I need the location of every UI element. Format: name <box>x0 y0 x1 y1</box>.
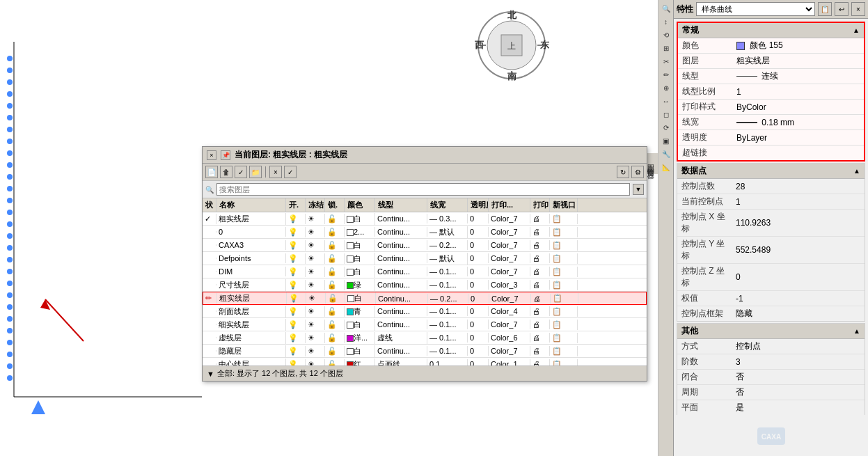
row-color[interactable]: 白 <box>345 253 375 265</box>
props-value-weight[interactable]: -1 <box>733 292 865 305</box>
row-print-btn[interactable]: 🖨 <box>530 227 550 237</box>
props-btn-3[interactable]: × <box>851 2 865 16</box>
row-on[interactable]: 💡 <box>286 214 306 224</box>
tool-icon-12[interactable]: 🔧 <box>661 148 672 159</box>
table-row[interactable]: 虚线层 💡 ☀ 🔓 洋... 虚线 — 0.1... 0 Color_6 🖨 📋 <box>203 331 647 345</box>
layer-search-input[interactable] <box>216 183 630 196</box>
row-lock[interactable]: 🔓 <box>325 214 345 224</box>
row-on[interactable]: 💡 <box>286 227 306 237</box>
row-on[interactable]: 💡 <box>286 359 306 366</box>
row-color[interactable]: 白 <box>345 292 376 304</box>
table-row[interactable]: 0 💡 ☀ 🔓 2... Continu... — 默认 0 Color_7 🖨… <box>203 226 647 239</box>
row-print-btn[interactable]: 🖨 <box>530 267 550 276</box>
section-datapoint-header[interactable]: 数据点 ▲ <box>677 164 865 179</box>
table-row[interactable]: ✓ 粗实线层 💡 ☀ 🔓 白 Continu... — 0.3... 0 Col… <box>203 212 647 226</box>
row-color[interactable]: 青 <box>345 306 375 317</box>
tool-icon-13[interactable]: 📐 <box>661 162 672 173</box>
row-newview[interactable]: 📋 <box>550 346 578 356</box>
tool-icon-10[interactable]: ⟳ <box>661 122 672 133</box>
row-on[interactable]: 💡 <box>286 320 306 330</box>
row-newview[interactable]: 📋 <box>550 280 578 290</box>
row-newview[interactable]: 📋 <box>550 359 578 366</box>
table-row[interactable]: 中心线层 💡 ☀ 🔓 红 点画线 0.1... 0 Color_1 🖨 📋 <box>203 358 647 365</box>
row-lock[interactable]: 🔓 <box>326 293 345 304</box>
table-row-current[interactable]: ✏ 粗实线层 💡 ☀ 🔓 白 Continu... — 0.2... 0 Col… <box>203 292 647 305</box>
row-lock[interactable]: 🔓 <box>325 253 345 264</box>
row-lock[interactable]: 🔓 <box>325 227 345 237</box>
props-value-linescale[interactable]: 1 <box>734 86 864 98</box>
props-value-ctrlcount[interactable]: 28 <box>733 180 865 193</box>
props-type-dropdown[interactable]: 样条曲线 <box>696 2 815 16</box>
table-row[interactable]: DIM 💡 ☀ 🔓 白 Continu... — 0.1... 0 Color_… <box>203 265 647 278</box>
section-other-header[interactable]: 其他 ▲ <box>677 324 865 339</box>
tool-icon-5[interactable]: ✂ <box>661 56 672 67</box>
pin-button[interactable]: 📌 <box>221 150 230 160</box>
cancel-button[interactable]: × <box>269 166 282 178</box>
row-color[interactable]: 2... <box>345 227 375 237</box>
drawing-canvas[interactable]: 北 南 东 西 上 <box>0 0 658 456</box>
row-color[interactable]: 绿 <box>345 279 375 291</box>
row-lock[interactable]: 🔓 <box>325 240 345 251</box>
refresh-button[interactable]: ↻ <box>617 166 629 178</box>
row-lock[interactable]: 🔓 <box>325 333 345 343</box>
section-general-header[interactable]: 常规 ▲ <box>678 23 864 38</box>
search-options-button[interactable]: ▼ <box>633 184 644 195</box>
delete-layer-button[interactable]: 🗑 <box>220 166 232 178</box>
props-value-order[interactable]: 3 <box>733 356 865 368</box>
row-on[interactable]: 💡 <box>286 240 306 251</box>
row-print-btn[interactable]: 🖨 <box>530 214 550 223</box>
row-lock[interactable]: 🔓 <box>325 320 345 330</box>
props-value-color[interactable]: 颜色 155 <box>734 38 864 53</box>
row-on[interactable]: 💡 <box>286 253 306 264</box>
row-newview[interactable]: 📋 <box>550 320 578 330</box>
row-newview[interactable]: 📋 <box>550 227 578 237</box>
props-value-linewidth[interactable]: 0.18 mm <box>734 116 864 129</box>
tool-icon-2[interactable]: ↕ <box>661 16 672 27</box>
table-row[interactable]: 隐藏层 💡 ☀ 🔓 白 Continu... — 0.1... 0 Color_… <box>203 345 647 358</box>
table-row[interactable]: 剖面线层 💡 ☀ 🔓 青 Continu... — 0.1... 0 Color… <box>203 305 647 318</box>
row-print-btn[interactable]: 🖨 <box>530 359 550 365</box>
row-print-btn[interactable]: 🖨 <box>530 320 550 329</box>
table-row[interactable]: 尺寸线层 💡 ☀ 🔓 绿 Continu... — 0.1... 0 Color… <box>203 278 647 292</box>
row-freeze[interactable]: ☀ <box>306 333 325 343</box>
row-freeze[interactable]: ☀ <box>306 280 325 290</box>
tool-icon-6[interactable]: ✏ <box>661 69 672 80</box>
new-layer-button[interactable]: 📄 <box>205 166 218 178</box>
row-freeze[interactable]: ☀ <box>306 227 325 237</box>
row-newview[interactable]: 📋 <box>550 253 578 264</box>
row-print-btn[interactable]: 🖨 <box>531 294 551 304</box>
row-on[interactable]: 💡 <box>286 333 306 343</box>
row-newview[interactable]: 📋 <box>550 267 578 277</box>
settings-button[interactable]: ⚙ <box>631 166 644 178</box>
row-freeze[interactable]: ☀ <box>306 214 325 224</box>
row-lock[interactable]: 🔓 <box>325 359 345 366</box>
confirm-button[interactable]: ✓ <box>284 166 297 178</box>
row-color[interactable]: 白 <box>345 213 375 225</box>
tool-icon-8[interactable]: ↔ <box>661 95 672 107</box>
props-value-planar[interactable]: 是 <box>733 400 865 415</box>
props-btn-2[interactable]: ↩ <box>835 2 849 16</box>
table-row[interactable]: CAXA3 💡 ☀ 🔓 白 Continu... — 0.2... 0 Colo… <box>203 239 647 252</box>
table-row[interactable]: Defpoints 💡 ☀ 🔓 白 Continu... — 默认 0 Colo… <box>203 252 647 265</box>
row-print-btn[interactable]: 🖨 <box>530 333 550 343</box>
tool-icon-1[interactable]: 🔍 <box>661 3 672 14</box>
row-on[interactable]: 💡 <box>286 267 306 277</box>
row-on[interactable]: 💡 <box>286 306 306 317</box>
row-lock[interactable]: 🔓 <box>325 346 345 356</box>
row-on[interactable]: 💡 <box>286 346 306 356</box>
props-value-curctrl[interactable]: 1 <box>733 196 865 208</box>
row-print-btn[interactable]: 🖨 <box>530 280 550 290</box>
row-freeze[interactable]: ☀ <box>306 240 325 251</box>
row-print-btn[interactable]: 🖨 <box>530 253 550 263</box>
row-on[interactable]: 💡 <box>286 280 306 290</box>
row-color[interactable]: 洋... <box>345 332 375 344</box>
row-color[interactable]: 红 <box>345 359 375 366</box>
tool-icon-3[interactable]: ⟲ <box>661 29 672 40</box>
row-lock[interactable]: 🔓 <box>325 280 345 290</box>
tool-icon-9[interactable]: ◻ <box>661 109 672 120</box>
row-freeze[interactable]: ☀ <box>306 359 325 366</box>
props-value-method[interactable]: 控制点 <box>733 339 865 354</box>
props-value-ctrly[interactable]: 552.5489 <box>733 244 865 256</box>
props-value-ctrlframe[interactable]: 隐藏 <box>733 306 865 321</box>
row-color[interactable]: 白 <box>345 345 375 357</box>
